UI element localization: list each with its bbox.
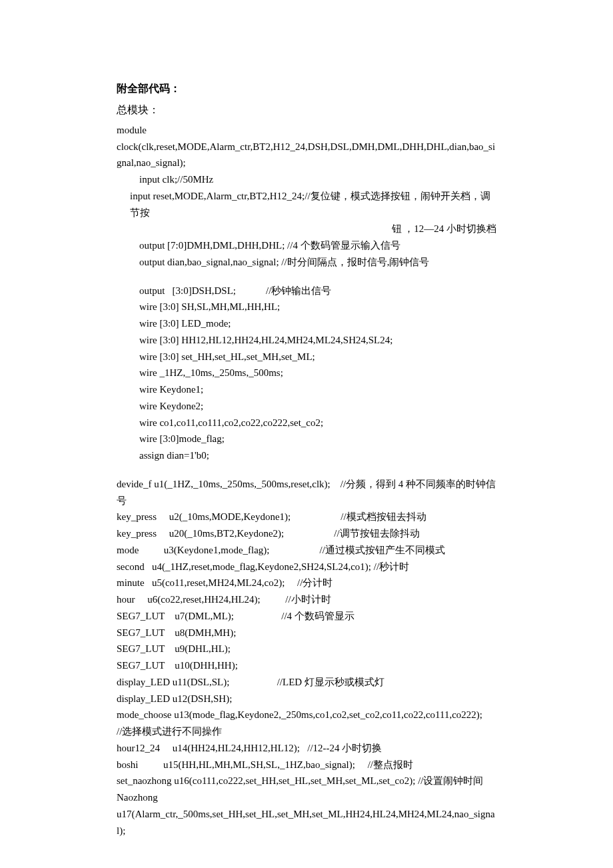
- code-line: u17(Alarm_ctr,_500ms,set_HH,set_HL,set_M…: [117, 806, 496, 839]
- code-line: display_LED u12(DSH,SH);: [117, 691, 496, 707]
- code-line: boshi u15(HH,HL,MH,ML,SH,SL,_1HZ,bao_sig…: [117, 757, 496, 773]
- code-line: wire [3:0]mode_flag;: [117, 431, 496, 447]
- code-line: SEG7_LUT u8(DMH,MH);: [117, 625, 496, 641]
- page-title: 附全部代码：: [117, 80, 496, 97]
- code-line: clock(clk,reset,MODE,Alarm_ctr,BT2,H12_2…: [117, 139, 496, 172]
- code-line: minute u5(co11,reset,MH24,ML24,co2); //分…: [117, 575, 496, 591]
- code-line: second u4(_1HZ,reset,mode_flag,Keydone2,…: [117, 559, 496, 575]
- code-line: output [3:0]DSH,DSL; //秒钟输出信号: [117, 283, 496, 299]
- code-line: wire [3:0] SH,SL,MH,ML,HH,HL;: [117, 299, 496, 315]
- code-line: wire [3:0] LED_mode;: [117, 315, 496, 332]
- code-line: key_press u20(_10ms,BT2,Keydone2); //调节按…: [117, 525, 496, 542]
- code-line: assign dian=1'b0;: [117, 447, 496, 464]
- code-line: wire [3:0] HH12,HL12,HH24,HL24,MH24,ML24…: [117, 332, 496, 349]
- code-line: wire Keydone1;: [117, 381, 496, 398]
- code-line: key_press u2(_10ms,MODE,Keydone1); //模式档…: [117, 509, 496, 525]
- code-line: wire co1,co11,co111,co2,co22,co222,set_c…: [117, 415, 496, 431]
- code-line: hour12_24 u14(HH24,HL24,HH12,HL12); //12…: [117, 740, 496, 757]
- code-line: input reset,MODE,Alarm_ctr,BT2,H12_24;//…: [117, 188, 496, 221]
- code-line: Naozhong: [117, 789, 496, 806]
- code-line: SEG7_LUT u7(DML,ML); //4 个数码管显示: [117, 608, 496, 625]
- code-line: hour u6(co22,reset,HH24,HL24); //小时计时: [117, 591, 496, 608]
- blank-line: [117, 464, 496, 476]
- code-line: module: [117, 122, 496, 139]
- code-line: wire [3:0] set_HH,set_HL,set_MH,set_ML;: [117, 349, 496, 365]
- code-line: SEG7_LUT u9(DHL,HL);: [117, 641, 496, 657]
- code-line: display_LED u11(DSL,SL); //LED 灯显示秒或模式灯: [117, 674, 496, 691]
- document-page: 附全部代码： 总模块： moduleclock(clk,reset,MODE,A…: [0, 0, 613, 868]
- code-line: wire Keydone2;: [117, 398, 496, 415]
- code-block: moduleclock(clk,reset,MODE,Alarm_ctr,BT2…: [117, 122, 496, 839]
- code-line: 钮 ，12—24 小时切换档: [117, 221, 496, 237]
- code-line: mode u3(Keydone1,mode_flag); //通过模式按钮产生不…: [117, 542, 496, 559]
- code-line: mode_choose u13(mode_flag,Keydone2,_250m…: [117, 707, 496, 740]
- code-line: output [7:0]DMH,DML,DHH,DHL; //4 个数码管显示输…: [117, 237, 496, 254]
- code-line: input clk;//50MHz: [117, 171, 496, 188]
- blank-line: [117, 271, 496, 283]
- code-line: output dian,bao_signal,nao_signal; //时分间…: [117, 254, 496, 271]
- code-line: set_naozhong u16(co111,co222,set_HH,set_…: [117, 773, 496, 789]
- section-subtitle: 总模块：: [117, 101, 496, 119]
- code-line: devide_f u1(_1HZ,_10ms,_250ms,_500ms,res…: [117, 476, 496, 509]
- code-line: SEG7_LUT u10(DHH,HH);: [117, 657, 496, 674]
- code-line: wire _1HZ,_10ms,_250ms,_500ms;: [117, 365, 496, 381]
